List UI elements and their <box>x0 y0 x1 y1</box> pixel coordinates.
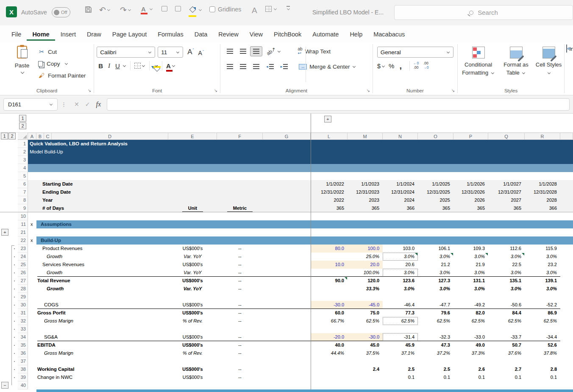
cell-P24[interactable]: 3.0% <box>453 253 488 261</box>
cell-D32[interactable]: Gross Marign <box>44 317 73 325</box>
cell-P32[interactable]: 62.5% <box>453 317 488 325</box>
cell-P35[interactable]: 49.0 <box>453 341 488 349</box>
cell-P28[interactable]: 3.0% <box>453 285 488 293</box>
cell-F9[interactable]: Metric <box>217 204 263 212</box>
cell-E24[interactable]: Var. YoY <box>168 253 217 261</box>
cell-N6[interactable]: 1/1/2024 <box>383 180 418 188</box>
col-header-C[interactable]: C <box>44 133 52 140</box>
cell-D23[interactable]: Product Revenues <box>42 245 83 253</box>
cell-D36[interactable]: Gross Marign <box>44 349 73 357</box>
cell-L23[interactable]: 80.0 <box>311 245 348 253</box>
cell-D9[interactable]: # of Days <box>42 204 64 212</box>
fill-color-button[interactable] <box>189 6 202 14</box>
row-header-6[interactable]: 6 <box>18 180 28 188</box>
cell-M9[interactable]: 365 <box>348 204 383 212</box>
redo-button[interactable]: ↷ <box>120 6 131 14</box>
cell-Q35[interactable]: 50.7 <box>488 341 525 349</box>
cell-R28[interactable]: 3.0% <box>525 285 560 293</box>
cell-M35[interactable]: 45.0 <box>348 341 383 349</box>
align-right-button[interactable] <box>250 61 262 72</box>
col-header-blank[interactable] <box>560 133 573 140</box>
cell-R31[interactable]: 86.9 <box>525 309 560 317</box>
italic-button[interactable]: I <box>108 62 110 70</box>
cell-E38[interactable]: US$000's <box>168 365 217 373</box>
cell-Q39[interactable]: 0.1 <box>488 373 525 381</box>
row-header-7[interactable]: 7 <box>18 188 28 196</box>
align-center-button[interactable] <box>237 61 249 72</box>
align-top-button[interactable] <box>224 46 236 56</box>
autosave-toggle[interactable]: Off <box>52 7 70 17</box>
cell-N9[interactable]: 366 <box>383 204 418 212</box>
cell-O28[interactable]: 3.0% <box>418 285 453 293</box>
row-header-25[interactable]: 25 <box>18 261 28 269</box>
cell-N25[interactable]: 20.6 <box>383 261 418 269</box>
wrap-text-button[interactable]: ab↩ Wrap Text <box>295 44 334 58</box>
cell-D35[interactable]: EBITDA <box>37 341 56 349</box>
cell-R35[interactable]: 52.6 <box>525 341 560 349</box>
cell-E30[interactable]: US$000's <box>168 301 217 309</box>
cell-Q6[interactable]: 1/1/2027 <box>488 180 525 188</box>
cell-M24[interactable]: 25.0% <box>348 253 383 261</box>
col-header-N[interactable]: N <box>383 133 418 140</box>
confirm-entry-icon[interactable]: ✓ <box>85 101 90 108</box>
cell-M6[interactable]: 1/1/2023 <box>348 180 383 188</box>
row-header-1[interactable]: 1 <box>18 140 28 148</box>
cell-D24[interactable]: Growth <box>47 253 62 261</box>
menu-tab-insert[interactable]: Insert <box>55 27 81 41</box>
row-expand-button[interactable]: + <box>1 229 8 236</box>
cell-N23[interactable]: 103.0 <box>383 245 418 253</box>
gridlines-toggle[interactable]: Gridlines <box>209 6 241 13</box>
cell-E9[interactable]: Unit <box>168 204 217 212</box>
cell-O36[interactable]: 37.2% <box>418 349 453 357</box>
row-header-35[interactable]: 35 <box>18 341 28 349</box>
qat-overflow-button[interactable] <box>286 6 290 10</box>
col-header-B[interactable]: B <box>36 133 44 140</box>
cell-R24[interactable]: 3.0% <box>525 253 560 261</box>
cell-Q8[interactable]: 2027 <box>488 196 525 204</box>
cell-M31[interactable]: 75.0 <box>348 309 383 317</box>
cell-E25[interactable]: US$000's <box>168 261 217 269</box>
row-header-40[interactable]: 40 <box>18 381 28 389</box>
cell-N30[interactable]: -46.4 <box>383 301 418 309</box>
cell-N38[interactable]: 2.5 <box>383 365 418 373</box>
cell-E31[interactable]: US$000's <box>168 309 217 317</box>
cell-B11[interactable]: x <box>31 220 33 228</box>
align-left-button[interactable] <box>224 61 236 72</box>
cell-F31[interactable]: -- <box>217 309 263 317</box>
cell-Q7[interactable]: 12/31/2027 <box>488 188 525 196</box>
col-header-F[interactable]: F <box>217 133 263 140</box>
menu-tab-review[interactable]: Review <box>213 27 244 41</box>
row-header-21[interactable]: 21 <box>18 228 28 236</box>
menu-tab-view[interactable]: View <box>244 27 268 41</box>
cell-N35[interactable]: 45.9 <box>383 341 418 349</box>
save-button[interactable] <box>85 6 92 13</box>
col-header-R[interactable]: R <box>525 133 560 140</box>
cell-R39[interactable]: 0.1 <box>525 373 560 381</box>
cell-M23[interactable]: 100.0 <box>348 245 383 253</box>
cell-Q9[interactable]: 365 <box>488 204 525 212</box>
percent-format-button[interactable]: % <box>389 62 394 70</box>
cell-M7[interactable]: 12/31/2023 <box>348 188 383 196</box>
cell-O38[interactable]: 2.5 <box>418 365 453 373</box>
select-all-corner[interactable] <box>18 133 28 140</box>
row-collapse-button[interactable]: − <box>1 382 8 389</box>
cell-E28[interactable]: Var. YoY <box>168 285 217 293</box>
row-header-30[interactable]: 30 <box>18 301 28 309</box>
cell-Q26[interactable]: 3.0% <box>488 269 525 277</box>
cell-R36[interactable]: 37.8% <box>525 349 560 357</box>
currency-format-button[interactable]: $ <box>377 62 381 70</box>
cell-P8[interactable]: 2026 <box>453 196 488 204</box>
cell-L6[interactable]: 1/1/2022 <box>311 180 348 188</box>
row-header-37[interactable]: 37 <box>18 357 28 365</box>
increase-font-button[interactable]: Aˆ <box>187 48 194 56</box>
cell-P38[interactable]: 2.6 <box>453 365 488 373</box>
font-launcher-icon[interactable]: ↘ <box>214 88 217 93</box>
menu-tab-pitchbook[interactable]: PitchBook <box>268 27 307 41</box>
font-color-ribbon-button[interactable]: A <box>166 62 171 70</box>
cell-R30[interactable]: -52.2 <box>525 301 560 309</box>
menu-tab-data[interactable]: Data <box>189 27 213 41</box>
cell-O6[interactable]: 1/1/2025 <box>418 180 453 188</box>
borders-button[interactable] <box>134 63 141 69</box>
cell-Q25[interactable]: 22.5 <box>488 261 525 269</box>
cell-R27[interactable]: 139.1 <box>525 277 560 285</box>
